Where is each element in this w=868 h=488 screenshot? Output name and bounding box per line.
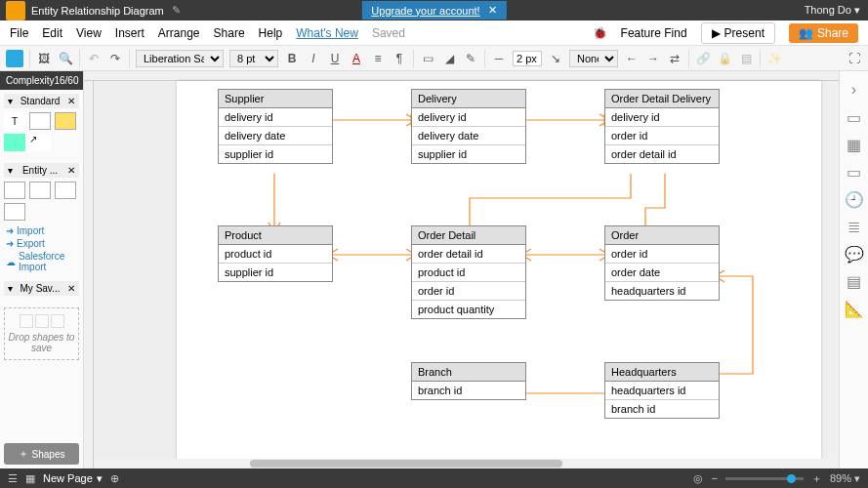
swap-icon[interactable]: ⇄ [667, 51, 682, 66]
export-link[interactable]: ➜ Export [4, 237, 79, 250]
menu-insert[interactable]: Insert [115, 26, 145, 40]
zoom-out-icon[interactable]: − [711, 472, 717, 484]
entity-order[interactable]: Order order id order date headquarters i… [604, 225, 720, 301]
zoom-level[interactable]: 89% ▾ [830, 472, 860, 485]
page-icon[interactable]: ▭ [846, 108, 863, 126]
shape-line[interactable]: ↗ [29, 134, 51, 151]
bug-icon[interactable]: 🐞 [593, 26, 607, 40]
text-format-icon[interactable]: ¶ [392, 51, 407, 66]
grid-icon[interactable]: ▦ [846, 136, 863, 153]
arrow-end-icon[interactable]: → [645, 51, 661, 66]
page[interactable]: Supplier delivery id delivery date suppl… [177, 81, 821, 468]
arrow-start-icon[interactable]: ← [624, 51, 640, 66]
redo-icon[interactable]: ↷ [107, 51, 123, 66]
shape-sticky[interactable] [55, 112, 76, 130]
line-style-select[interactable]: None [569, 50, 618, 67]
close-icon[interactable]: ✕ [67, 96, 75, 106]
history-icon[interactable]: 🕘 [846, 190, 863, 208]
shape-text[interactable]: T [4, 112, 25, 130]
entity-delivery[interactable]: Delivery delivery id delivery date suppl… [411, 89, 526, 164]
saved-section-header[interactable]: ▾ My Sav... ✕ [4, 281, 79, 296]
whats-new-link[interactable]: What's New [296, 26, 358, 40]
grid-view-icon[interactable]: ▦ [25, 472, 35, 485]
standard-section-header[interactable]: ▾ Standard ✕ [4, 94, 79, 108]
entity-section-header[interactable]: ▾ Entity ... ✕ [4, 163, 79, 178]
chevron-right-icon[interactable]: › [846, 81, 863, 99]
close-icon[interactable]: ✕ [488, 4, 497, 17]
line-width-input[interactable] [513, 51, 542, 66]
lock-icon[interactable]: 🔒 [717, 51, 732, 66]
font-size-select[interactable]: 8 pt [229, 50, 278, 67]
align-icon[interactable]: ≡ [370, 51, 386, 66]
menu-help[interactable]: Help [259, 26, 283, 40]
zoom-in-icon[interactable]: ＋ [811, 471, 822, 486]
layers-icon[interactable]: ≣ [846, 218, 863, 235]
page-tab[interactable]: New Page ▾ [43, 472, 103, 485]
presentation-icon[interactable]: ▭ [846, 163, 863, 181]
list-view-icon[interactable]: ☰ [8, 472, 18, 485]
text-color-icon[interactable]: A [349, 51, 364, 66]
link-icon[interactable]: 🔗 [695, 51, 711, 66]
folder-icon[interactable] [6, 1, 25, 20]
magic-icon[interactable]: ✨ [766, 51, 782, 66]
fullscreen-icon[interactable]: ⛶ [847, 51, 862, 66]
border-icon[interactable]: ▭ [420, 51, 435, 66]
comment-icon[interactable]: 💬 [846, 245, 863, 263]
share-button[interactable]: 👥Share [789, 23, 858, 43]
entity-headquarters[interactable]: Headquarters headquarters id branch id [604, 362, 720, 419]
layers-icon[interactable]: ▤ [738, 51, 754, 66]
entity-header: Headquarters [605, 363, 719, 382]
shape-dropzone[interactable]: Drop shapes to save [4, 307, 79, 360]
entity-branch[interactable]: Branch branch id [411, 362, 526, 400]
present-button[interactable]: ▶Present [701, 22, 775, 44]
add-page-icon[interactable]: ⊕ [110, 472, 119, 485]
scrollbar-vertical[interactable] [829, 81, 839, 459]
menu-view[interactable]: View [76, 26, 102, 40]
shape-entity-3[interactable] [55, 182, 76, 199]
entity-order-detail[interactable]: Order Detail order detail id product id … [411, 225, 526, 319]
doc-title[interactable]: Entity Relationship Diagram [31, 5, 164, 17]
image-icon[interactable]: 🖼 [36, 51, 52, 66]
entity-row: delivery id [219, 108, 332, 127]
underline-icon[interactable]: U [327, 51, 343, 66]
import-link[interactable]: ➜ Import [4, 224, 79, 237]
line-icon[interactable]: ─ [491, 51, 507, 66]
entity-order-detail-delivery[interactable]: Order Detail Delivery delivery id order … [604, 89, 720, 164]
undo-icon[interactable]: ↶ [86, 51, 102, 66]
canvas[interactable]: Supplier delivery id delivery date suppl… [84, 71, 839, 468]
entity-row: order detail id [412, 245, 525, 264]
data-icon[interactable]: ▤ [846, 272, 863, 290]
shape-entity-2[interactable] [29, 182, 51, 199]
move-tool-icon[interactable] [6, 50, 23, 67]
menu-file[interactable]: File [10, 26, 28, 40]
upgrade-link[interactable]: Upgrade your account! [371, 5, 479, 17]
shape-note[interactable] [29, 112, 51, 130]
font-select[interactable]: Liberation Sans [136, 50, 224, 67]
menu-share[interactable]: Share [214, 26, 245, 40]
shape-entity-1[interactable] [4, 182, 25, 199]
bold-icon[interactable]: B [284, 51, 300, 66]
entity-product[interactable]: Product product id supplier id [218, 225, 333, 282]
italic-icon[interactable]: I [306, 51, 321, 66]
format-toolbar: 🖼 🔍 ↶ ↷ Liberation Sans 8 pt B I U A ≡ ¶… [0, 46, 868, 71]
user-menu[interactable]: Thong Do ▾ [805, 4, 860, 17]
shape-block[interactable] [4, 134, 25, 151]
search-icon[interactable]: 🔍 [58, 51, 73, 66]
entity-supplier[interactable]: Supplier delivery id delivery date suppl… [218, 89, 333, 164]
target-icon[interactable]: ◎ [693, 472, 703, 485]
fill-icon[interactable]: ◢ [441, 51, 457, 66]
menu-arrange[interactable]: Arrange [158, 26, 200, 40]
highlight-icon[interactable]: ✎ [463, 51, 478, 66]
feature-find-link[interactable]: Feature Find [621, 26, 687, 40]
close-icon[interactable]: ✕ [67, 165, 75, 176]
shape-entity-4[interactable] [4, 203, 25, 221]
rename-icon[interactable]: ✎ [172, 4, 181, 17]
measure-icon[interactable]: 📐 [846, 300, 863, 317]
line-route-icon[interactable]: ↘ [548, 51, 563, 66]
shapes-button[interactable]: ＋ Shapes [4, 443, 79, 465]
close-icon[interactable]: ✕ [67, 283, 75, 294]
scrollbar-horizontal[interactable] [94, 459, 839, 468]
salesforce-link[interactable]: ☁ Salesforce Import [4, 250, 79, 273]
menu-edit[interactable]: Edit [42, 26, 62, 40]
zoom-slider[interactable] [725, 477, 804, 480]
